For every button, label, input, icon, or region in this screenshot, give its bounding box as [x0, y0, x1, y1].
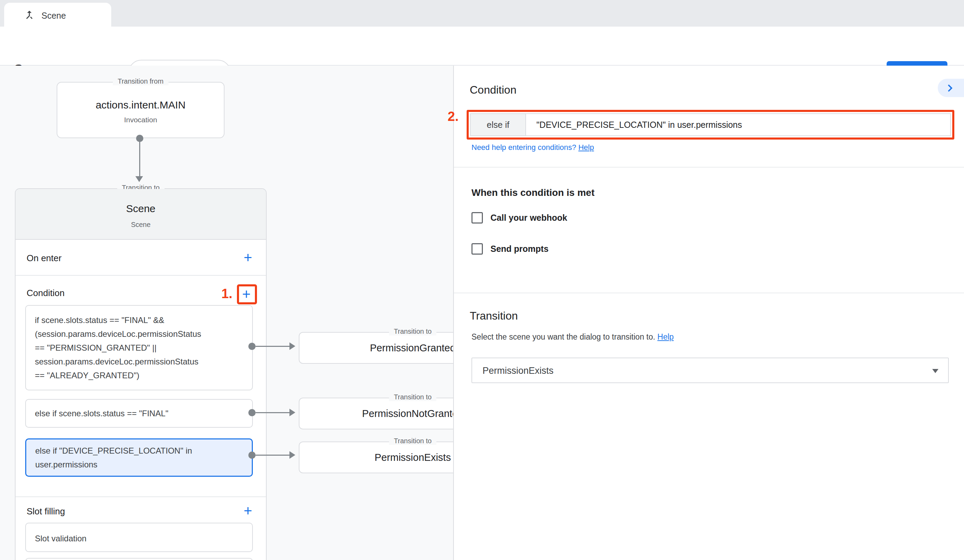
- transition-help-link[interactable]: Help: [657, 332, 674, 341]
- page-header: Scene English Cancel Save: [0, 27, 964, 66]
- intent-name: actions.intent.MAIN: [57, 99, 224, 111]
- condition-line: user.permissions: [35, 458, 243, 472]
- condition-field: else if: [470, 113, 951, 136]
- intent-type: Invocation: [57, 116, 224, 124]
- condition-line: == "ALREADY_GRANTED"): [35, 369, 243, 383]
- connector-dot: [248, 409, 256, 416]
- slot-card-label: Slot validation: [35, 532, 243, 545]
- checkbox-call-webhook[interactable]: [471, 212, 483, 223]
- add-on-enter-button[interactable]: +: [244, 251, 252, 265]
- connector-line: [256, 455, 290, 456]
- condition-line: if scene.slots.status == "FINAL" &&: [35, 313, 243, 327]
- add-slot-button[interactable]: +: [244, 504, 252, 518]
- transition-scene-dropdown[interactable]: PermissionExists: [471, 358, 949, 383]
- arrow-right-icon: [290, 451, 295, 459]
- condition-help-line: Need help entering conditions? Help: [471, 143, 594, 152]
- tab-label: Scene: [41, 11, 66, 21]
- section-on-enter: On enter: [27, 253, 62, 264]
- help-prompt-text: Need help entering conditions?: [471, 143, 576, 151]
- merge-type-icon: [23, 9, 35, 21]
- divider: [16, 497, 266, 497]
- connector-line: [256, 412, 290, 413]
- dropdown-caret-icon: [932, 369, 938, 373]
- condition-editor-panel: Condition 2. else if Need help entering …: [453, 66, 964, 560]
- checkbox-label-webhook: Call your webhook: [490, 212, 567, 223]
- collapse-panel-button[interactable]: [938, 79, 964, 97]
- connector-line: [256, 346, 290, 347]
- highlight-ring: +: [237, 284, 257, 304]
- arrow-right-icon: [290, 409, 295, 416]
- condition-line: session.params.deviceLoc.permissionStatu…: [35, 355, 243, 369]
- section-slot-filling: Slot filling: [27, 506, 65, 517]
- slot-validation-card[interactable]: Slot validation: [25, 523, 253, 552]
- condition-line: (session.params.deviceLoc.permissionStat…: [35, 327, 243, 341]
- else-if-chip: else if: [471, 114, 526, 135]
- scene-node-header[interactable]: Scene Scene: [16, 189, 266, 240]
- arrow-down-icon: [135, 176, 143, 182]
- scene-type: Scene: [16, 221, 266, 229]
- node-legend: Transition from: [113, 77, 169, 85]
- scene-name: Scene: [16, 203, 266, 215]
- dropdown-value: PermissionExists: [482, 366, 554, 376]
- checkbox-send-prompts[interactable]: [471, 243, 483, 255]
- section-condition: Condition: [27, 288, 65, 298]
- transition-desc-text: Select the scene you want the dialog to …: [471, 332, 655, 341]
- annotation-step-1: 1.: [221, 287, 233, 301]
- divider: [16, 275, 266, 276]
- panel-heading-transition: Transition: [470, 309, 518, 322]
- scene-node-card: Transition to Scene Scene On enter + Con…: [15, 188, 267, 560]
- highlight-frame: else if: [467, 110, 954, 140]
- condition-line: == "PERMISSION_GRANTED" ||: [35, 341, 243, 355]
- connector-dot: [248, 451, 256, 459]
- checkbox-label-prompts: Send prompts: [490, 243, 549, 255]
- panel-heading-condition: Condition: [470, 84, 516, 96]
- condition-card-2[interactable]: else if scene.slots.status == "FINAL": [25, 399, 253, 428]
- connector-line: [139, 140, 140, 177]
- transition-description: Select the scene you want the dialog to …: [471, 332, 674, 342]
- actions-builder-window: Scene Scene English Cancel Save Transiti…: [0, 0, 964, 560]
- condition-line: else if "DEVICE_PRECISE_LOCATION" in: [35, 444, 243, 458]
- condition-line: else if scene.slots.status == "FINAL": [35, 407, 243, 420]
- when-condition-heading: When this condition is met: [471, 187, 594, 198]
- condition-card-3-selected[interactable]: else if "DEVICE_PRECISE_LOCATION" in use…: [25, 438, 253, 477]
- divider: [454, 293, 964, 293]
- condition-input[interactable]: [526, 114, 950, 135]
- condition-card-1[interactable]: if scene.slots.status == "FINAL" && (ses…: [25, 305, 253, 391]
- scene-flow-canvas: Transition from actions.intent.MAIN Invo…: [0, 66, 453, 560]
- help-link[interactable]: Help: [578, 143, 594, 151]
- chevron-right-icon: [944, 82, 956, 94]
- annotation-step-2: 2.: [448, 109, 459, 124]
- add-condition-button[interactable]: +: [242, 287, 251, 301]
- tab-scene[interactable]: Scene: [4, 3, 111, 27]
- arrow-right-icon: [290, 342, 295, 350]
- connector-dot: [248, 343, 256, 350]
- divider: [454, 167, 964, 168]
- slot-card-partial[interactable]: [25, 558, 253, 560]
- node-transition-from[interactable]: Transition from actions.intent.MAIN Invo…: [57, 82, 225, 138]
- browser-tab-strip: Scene: [0, 0, 964, 27]
